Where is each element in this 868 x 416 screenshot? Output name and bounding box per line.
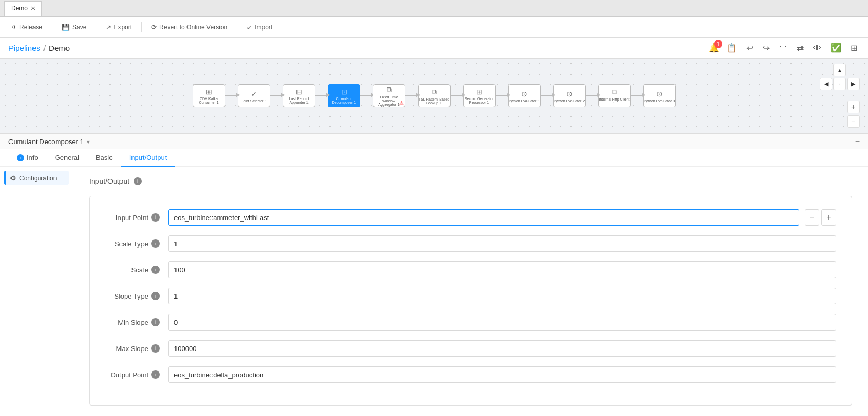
node-icon-3: ⊡ xyxy=(341,87,347,96)
pipeline-node-6[interactable]: ⊞ Record GeneratorProcessor 1 xyxy=(463,84,496,107)
node-box-7[interactable]: ⊙ Python Evaluator 1 xyxy=(508,84,541,107)
pipeline-node-9[interactable]: ⧉ Internal Http Client 1 xyxy=(598,84,631,107)
pipeline-node-3[interactable]: ⊡ CumulantDecomposer 1 xyxy=(328,84,360,107)
node-box-9[interactable]: ⧉ Internal Http Client 1 xyxy=(598,84,631,107)
connector-7 xyxy=(541,95,553,96)
export-button[interactable]: ↗ Export xyxy=(101,21,137,33)
preview-button[interactable]: 👁 xyxy=(811,41,823,55)
max-slope-info-icon[interactable]: i xyxy=(151,344,160,353)
notification-button[interactable]: 🔔 1 xyxy=(709,43,719,53)
scale-type-field[interactable] xyxy=(168,235,836,252)
copy-button[interactable]: 📋 xyxy=(724,41,739,55)
shuffle-button[interactable]: ⇄ xyxy=(795,41,806,55)
output-point-field[interactable] xyxy=(168,366,836,383)
form-row-min-slope: Min Slope i xyxy=(105,314,836,331)
node-box-3[interactable]: ⊡ CumulantDecomposer 1 xyxy=(328,84,360,107)
release-button[interactable]: ✈ Release xyxy=(6,21,48,33)
node-box-8[interactable]: ⊙ Python Evaluator 2 xyxy=(553,84,586,107)
form-row-slope-type: Slope Type i xyxy=(105,288,836,304)
toolbar: ✈ Release 💾 Save ↗ Export ⟳ Revert to On… xyxy=(0,17,868,38)
validate-button[interactable]: ✅ xyxy=(829,41,843,55)
node-box-2[interactable]: ⊟ Last RecordAppender 1 xyxy=(283,84,315,107)
pipeline-node-10[interactable]: ⊙ Python Evaluator 3 xyxy=(643,84,676,107)
pipeline-node-5[interactable]: ⧉ TSL Pattern-BasedLookup 1 xyxy=(418,84,451,107)
revert-button[interactable]: ⟳ Revert to Online Version xyxy=(146,21,233,33)
node-box-1[interactable]: ✓ Point Selector 1 xyxy=(238,84,270,107)
node-icon-4: ⧉ xyxy=(387,85,392,94)
tab-close-icon[interactable]: × xyxy=(31,4,35,13)
nav-left-button[interactable]: ◀ xyxy=(820,78,832,90)
section-info-icon[interactable]: i xyxy=(134,177,142,185)
node-icon-6: ⊞ xyxy=(476,87,482,96)
add-input-button[interactable]: + xyxy=(821,209,836,226)
save-button[interactable]: 💾 Save xyxy=(57,21,92,33)
label-output-point: Output Point i xyxy=(105,370,168,379)
delete-button[interactable]: 🗑 xyxy=(777,41,789,55)
remove-input-button[interactable]: − xyxy=(805,209,819,226)
header-actions: 🔔 1 📋 ↩ ↪ 🗑 ⇄ 👁 ✅ ⊞ xyxy=(709,41,860,55)
nav-right-button[interactable]: ▶ xyxy=(847,78,860,90)
label-max-slope: Max Slope i xyxy=(105,344,168,353)
pipeline-node-7[interactable]: ⊙ Python Evaluator 1 xyxy=(508,84,541,107)
connector-5 xyxy=(451,95,463,96)
slope-type-info-icon[interactable]: i xyxy=(151,292,160,300)
redo-button[interactable]: ↪ xyxy=(761,41,772,55)
tab-general[interactable]: General xyxy=(47,149,87,167)
slope-type-field[interactable] xyxy=(168,288,836,304)
node-box-0[interactable]: ⊞ CDH KafkaConsumer 1 xyxy=(193,84,225,107)
connector-3 xyxy=(360,95,373,96)
toolbar-sep-1 xyxy=(52,22,52,32)
form-area: Input/Output i Input Point i − + xyxy=(73,167,868,416)
zoom-controls: + − xyxy=(847,101,860,128)
breadcrumb-root[interactable]: Pipelines xyxy=(8,43,40,52)
demo-tab[interactable]: Demo × xyxy=(4,1,42,16)
import-button[interactable]: ↙ Import xyxy=(241,21,278,33)
tab-inputoutput[interactable]: Input/Output xyxy=(121,149,175,167)
node-box-5[interactable]: ⧉ TSL Pattern-BasedLookup 1 xyxy=(418,84,451,107)
release-icon: ✈ xyxy=(12,24,17,31)
node-icon-9: ⧉ xyxy=(612,87,617,96)
scale-type-info-icon[interactable]: i xyxy=(151,239,160,248)
page-header: Pipelines / Demo 🔔 1 📋 ↩ ↪ 🗑 ⇄ 👁 ✅ ⊞ xyxy=(0,38,868,59)
pipeline-node-8[interactable]: ⊙ Python Evaluator 2 xyxy=(553,84,586,107)
tabs-row: i Info General Basic Input/Output xyxy=(0,149,868,167)
min-slope-field[interactable] xyxy=(168,314,836,331)
form-row-scale: Scale i xyxy=(105,261,836,278)
section-header: Input/Output i xyxy=(89,177,852,185)
panel-collapse-button[interactable]: − xyxy=(855,137,860,146)
pipeline-node-1[interactable]: ✓ Point Selector 1 xyxy=(238,84,270,107)
input-point-field[interactable] xyxy=(168,209,799,226)
min-slope-info-icon[interactable]: i xyxy=(151,318,160,326)
output-point-info-icon[interactable]: i xyxy=(151,370,160,379)
undo-button[interactable]: ↩ xyxy=(744,41,755,55)
node-label-3: CumulantDecomposer 1 xyxy=(332,97,356,104)
node-box-10[interactable]: ⊙ Python Evaluator 3 xyxy=(643,84,676,107)
connector-2 xyxy=(315,95,328,96)
max-slope-field[interactable] xyxy=(168,340,836,357)
grid-button[interactable]: ⊞ xyxy=(849,41,860,55)
toolbar-sep-2 xyxy=(96,22,96,32)
form-container: Input Point i − + Scale Type i xyxy=(89,196,852,406)
zoom-in-button[interactable]: + xyxy=(847,101,860,113)
scale-info-icon[interactable]: i xyxy=(151,266,160,274)
notification-badge: 1 xyxy=(714,40,722,48)
input-point-info-icon[interactable]: i xyxy=(151,213,160,222)
pipeline-node-2[interactable]: ⊟ Last RecordAppender 1 xyxy=(283,84,315,107)
pipeline-canvas[interactable]: ⊞ CDH KafkaConsumer 1 ✓ Point Selector 1… xyxy=(0,59,868,134)
pipeline-node-4[interactable]: ⧉ Fixed Time WindowAggregator 1 ⚠ xyxy=(373,84,405,107)
zoom-out-button[interactable]: − xyxy=(847,115,860,128)
pipeline-node-0[interactable]: ⊞ CDH KafkaConsumer 1 xyxy=(193,84,225,107)
tab-info[interactable]: i Info xyxy=(8,149,47,167)
connector-6 xyxy=(496,95,508,96)
form-row-input-point: Input Point i − + xyxy=(105,209,836,226)
node-box-6[interactable]: ⊞ Record GeneratorProcessor 1 xyxy=(463,84,496,107)
node-icon-7: ⊙ xyxy=(521,90,528,98)
scale-field[interactable] xyxy=(168,261,836,278)
node-box-4[interactable]: ⧉ Fixed Time WindowAggregator 1 ⚠ xyxy=(373,84,405,107)
tab-basic[interactable]: Basic xyxy=(87,149,121,167)
nav-up-button[interactable]: ▲ xyxy=(833,64,846,76)
panel-title[interactable]: Cumulant Decomposer 1 ▾ xyxy=(8,138,90,146)
nav-center-button[interactable]: · xyxy=(833,78,846,90)
sidebar-item-configuration[interactable]: ⚙ Configuration xyxy=(4,171,69,185)
tab-bar: Demo × xyxy=(0,0,868,17)
